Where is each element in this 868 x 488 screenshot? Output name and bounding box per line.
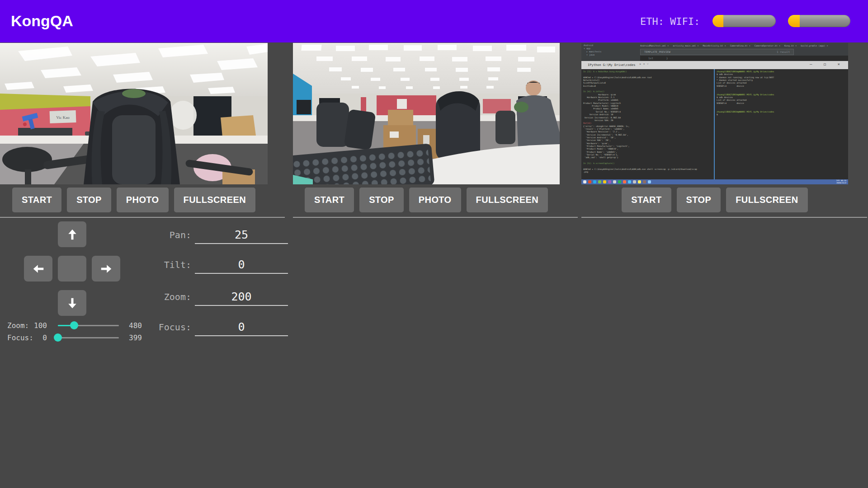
camera-3-start-button[interactable]: START xyxy=(622,188,671,212)
ide-window: Android ▾ app ▸ manifests ▾ java Android… xyxy=(581,43,848,61)
camera-2-divider xyxy=(293,217,578,218)
name-sign: Vic Kao xyxy=(50,110,76,123)
tilt-field[interactable] xyxy=(195,256,288,274)
focus-slider-min: 0 xyxy=(24,334,47,342)
camera-1-controls: START STOP PHOTO FULLSCREEN xyxy=(0,188,268,212)
camera-1-video: Vic Kao xyxy=(0,43,268,184)
ide-code-line: 1st } xyxy=(640,56,848,61)
camera-2-video xyxy=(293,43,560,184)
focus-slider-thumb[interactable] xyxy=(54,333,62,342)
console-left-pane: In [3]: k = RobotRun.kong.KongADB()ADBCm… xyxy=(583,70,713,178)
pan-field-label: Pan: xyxy=(123,229,191,241)
camera-2-fullscreen-button[interactable]: FULLSCREEN xyxy=(467,188,548,212)
eth-label: ETH: xyxy=(640,16,664,27)
pan-right-button[interactable] xyxy=(92,256,120,282)
focus-slider[interactable] xyxy=(58,337,119,338)
zoom-slider[interactable] xyxy=(58,325,119,326)
window-controls-icons: – ◻ × xyxy=(810,62,844,66)
camera-3-controls: START STOP FULLSCREEN xyxy=(581,188,848,212)
tab-close-icon: × + ˅ xyxy=(639,62,649,66)
focus-field-label: Focus: xyxy=(123,321,191,333)
sign-text: Vic Kao xyxy=(56,115,70,120)
zoom-field[interactable] xyxy=(195,288,288,306)
camera-1-divider xyxy=(0,217,285,218)
zoom-slider-thumb[interactable] xyxy=(70,321,78,329)
camera-1-fullscreen-button[interactable]: FULLSCREEN xyxy=(174,188,255,212)
camera-3-stop-button[interactable]: STOP xyxy=(677,188,721,212)
pan-down-button[interactable] xyxy=(58,290,86,316)
zoom-slider-min: 100 xyxy=(24,322,47,329)
camera-3-screen-content: Android ▾ app ▸ manifests ▾ java Android… xyxy=(581,43,848,184)
wifi-progress-bar xyxy=(788,15,850,27)
pan-up-button[interactable] xyxy=(58,221,86,247)
camera-3-panel: Android ▾ app ▸ manifests ▾ java Android… xyxy=(581,43,867,488)
focus-field[interactable] xyxy=(195,318,288,336)
camera-3-divider xyxy=(581,217,867,218)
wifi-label: WIFI: xyxy=(670,16,700,27)
ptz-dpad xyxy=(24,221,120,316)
app-header: KongQA ETH: WIFI: xyxy=(0,0,868,42)
ide-search-text: TEMPLATE_PREVIEW xyxy=(644,50,670,53)
arrow-down-icon xyxy=(66,296,79,310)
zoom-field-label: Zoom: xyxy=(123,291,191,303)
left-chair xyxy=(2,147,52,172)
ipython-window-title: IPython G:\My Drive\codes xyxy=(588,62,635,68)
taskbar-clock: 下午 04:13 2020/12/2 xyxy=(836,180,846,184)
console-split-line xyxy=(714,69,715,179)
camera-1-photo-button[interactable]: PHOTO xyxy=(117,188,169,212)
console-right-pane: zhuang11866218934@NB001 MSYS /g/My Drive… xyxy=(717,70,846,178)
arrow-right-icon xyxy=(99,262,113,276)
ide-search-result: 1 result xyxy=(777,49,790,55)
eth-progress-bar xyxy=(712,15,776,27)
camera-2-controls: START STOP PHOTO FULLSCREEN xyxy=(293,188,560,212)
arrow-up-icon xyxy=(66,228,79,241)
tilt-field-label: Tilt: xyxy=(123,259,191,271)
pan-left-button[interactable] xyxy=(24,256,52,282)
camera-2-photo-button[interactable]: PHOTO xyxy=(409,188,461,212)
app-title: KongQA xyxy=(11,12,73,30)
arrow-left-icon xyxy=(32,262,45,276)
camera-1-stop-button[interactable]: STOP xyxy=(67,188,111,212)
ipython-titlebar: IPython G:\My Drive\codes × + ˅ – ◻ × xyxy=(581,61,848,69)
ide-editor-tabs: AndroidManifest.xml × activity_main.xml … xyxy=(640,44,846,48)
windows-taskbar: 下午 04:13 2020/12/2 xyxy=(581,179,848,184)
focus-slider-max: 399 xyxy=(129,334,142,342)
camera-3-video: Android ▾ app ▸ manifests ▾ java Android… xyxy=(581,43,848,184)
camera-2-stop-button[interactable]: STOP xyxy=(359,188,404,212)
camera-1-start-button[interactable]: START xyxy=(12,188,61,212)
ipython-console: In [3]: k = RobotRun.kong.KongADB()ADBCm… xyxy=(581,69,848,179)
ide-search-bar: TEMPLATE_PREVIEW 1 result xyxy=(640,49,794,55)
pan-field[interactable] xyxy=(195,226,288,244)
focus-slider-row: Focus: 0 399 xyxy=(0,333,154,342)
taskbar-icons xyxy=(583,180,651,183)
camera-3-fullscreen-button[interactable]: FULLSCREEN xyxy=(726,188,807,212)
ide-project-tree: Android ▾ app ▸ manifests ▾ java xyxy=(582,44,638,60)
ptz-center-button[interactable] xyxy=(58,256,86,282)
plant xyxy=(514,102,528,113)
camera-2-panel: START STOP PHOTO FULLSCREEN xyxy=(293,43,578,488)
camera-2-start-button[interactable]: START xyxy=(305,188,354,212)
